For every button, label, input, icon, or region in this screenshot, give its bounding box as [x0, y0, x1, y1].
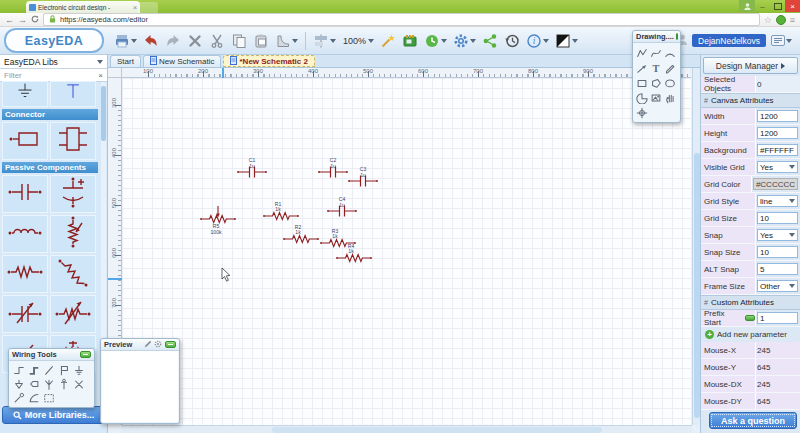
frame-size-select[interactable]: Other	[757, 280, 798, 292]
minimize-palette-button[interactable]	[676, 33, 678, 40]
libs-header[interactable]: EasyEDA Libs	[0, 55, 107, 69]
sidebar-scroll-thumb[interactable]	[101, 86, 106, 141]
wiring-palette-titlebar[interactable]: Wiring Tools	[9, 349, 94, 361]
browser-back-icon[interactable]: ←	[5, 15, 14, 25]
grid-color-input[interactable]: #CCCCCC	[753, 178, 798, 190]
bezier-tool-icon[interactable]	[649, 45, 663, 60]
preview-palette-titlebar[interactable]: Preview	[101, 339, 179, 351]
info-button[interactable]: i	[524, 29, 551, 53]
component-C3[interactable]: C31u	[348, 166, 378, 187]
component-tile-resistor-variable[interactable]	[50, 295, 96, 333]
share-button[interactable]	[480, 29, 500, 53]
export-button[interactable]	[112, 29, 139, 53]
pcb-button[interactable]	[400, 29, 420, 53]
text-tool-icon[interactable]: T	[649, 60, 663, 75]
canvas-vertical-scrollbar[interactable]	[692, 68, 700, 425]
component-tile-connector-4pin[interactable]	[50, 122, 96, 160]
arc-wire-tool-icon[interactable]	[26, 391, 41, 405]
window-close-button[interactable]: ×	[785, 0, 800, 12]
add-parameter-button[interactable]: +Add new parameter	[701, 327, 800, 342]
no-connect-tool-icon[interactable]	[71, 377, 86, 391]
ground-tool-icon[interactable]	[71, 363, 86, 377]
component-tile-inductor[interactable]	[2, 215, 48, 253]
delete-button[interactable]	[185, 29, 205, 53]
canvas-horizontal-scrollbar[interactable]	[122, 425, 692, 433]
rectangle-tool-icon[interactable]	[635, 75, 649, 90]
more-libraries-button[interactable]: More Libraries...	[2, 406, 105, 424]
browser-tab[interactable]: Electronic circuit design - ×	[26, 1, 140, 13]
component-tile-port[interactable]	[50, 81, 96, 107]
rotate-button[interactable]	[273, 29, 300, 53]
component-tile-capacitor-polarized[interactable]	[50, 175, 96, 213]
history-button[interactable]	[502, 29, 522, 53]
alt-snap-input[interactable]: 5	[757, 263, 798, 275]
edit-pencil-icon[interactable]	[144, 340, 152, 350]
prefix-start-input[interactable]: 1	[757, 312, 798, 324]
ellipse-tool-icon[interactable]	[663, 75, 677, 90]
remove-parameter-icon[interactable]	[745, 315, 755, 321]
net-flag-tool-icon[interactable]	[26, 377, 41, 391]
component-C2[interactable]: C21u	[318, 157, 348, 178]
component-C4[interactable]: C41u	[327, 196, 357, 217]
drag-tool-icon[interactable]	[663, 90, 677, 105]
browser-address-bar[interactable]: https://easyeda.com/editor	[43, 13, 760, 26]
wand-button[interactable]	[378, 29, 398, 53]
background-input[interactable]: #FFFFFF	[757, 144, 798, 156]
extension-icon[interactable]	[776, 15, 786, 25]
voltage-probe-tool-icon[interactable]	[56, 377, 71, 391]
settings-button[interactable]	[451, 29, 478, 53]
component-tile-resistor-diagonal[interactable]	[50, 255, 96, 293]
width-input[interactable]: 1200	[757, 110, 798, 122]
section-custom-attributes[interactable]: #Custom Attributes	[701, 295, 800, 310]
paste-button[interactable]	[251, 29, 271, 53]
ground-2-tool-icon[interactable]	[11, 377, 26, 391]
ask-question-button[interactable]: Ask a question	[709, 412, 797, 429]
clear-filter-icon[interactable]: ×	[98, 71, 103, 80]
undo-button[interactable]	[141, 29, 161, 53]
component-R1[interactable]: R11k	[263, 201, 299, 220]
browser-new-tab-button[interactable]	[138, 2, 158, 13]
snap-size-input[interactable]: 10	[757, 246, 798, 258]
minimize-palette-button[interactable]	[80, 351, 91, 358]
polygon-tool-icon[interactable]	[649, 75, 663, 90]
section-header-passive-components[interactable]: Passive Components	[2, 162, 98, 173]
snap-select[interactable]: Yes	[757, 229, 798, 241]
bookmark-star-icon[interactable]: ☆	[764, 15, 772, 25]
component-tile-capacitor[interactable]	[2, 175, 48, 213]
net-port-tool-icon[interactable]	[41, 377, 56, 391]
component-tile-capacitor-variable[interactable]	[2, 295, 48, 333]
grid-style-select[interactable]: line	[757, 195, 798, 207]
copy-button[interactable]	[229, 29, 249, 53]
section-canvas-attributes[interactable]: #Canvas Attributes	[701, 93, 800, 108]
grid-size-input[interactable]: 10	[757, 212, 798, 224]
arc-tool-icon[interactable]	[663, 45, 677, 60]
group-tool-icon[interactable]	[41, 391, 56, 405]
minimize-palette-button[interactable]	[165, 341, 176, 348]
component-R5[interactable]: R5100k	[200, 206, 236, 235]
component-R2[interactable]: R21k	[283, 224, 319, 243]
convert-button[interactable]	[422, 29, 449, 53]
horizontal-scroll-thumb[interactable]	[272, 427, 602, 433]
wire-tool-icon[interactable]	[11, 363, 26, 377]
pin-tool-icon[interactable]	[11, 391, 26, 405]
cut-button[interactable]	[207, 29, 227, 53]
pencil-tool-icon[interactable]	[663, 60, 677, 75]
canvas-origin-tool-icon[interactable]	[635, 105, 649, 120]
height-input[interactable]: 1200	[757, 127, 798, 139]
tab-start[interactable]: Start	[110, 55, 141, 67]
arrow-tool-icon[interactable]	[635, 60, 649, 75]
browser-tab-close-icon[interactable]: ×	[133, 4, 137, 11]
zoom-level-button[interactable]: 100%	[340, 29, 376, 53]
browser-profile-icon[interactable]	[739, 0, 755, 12]
window-minimize-button[interactable]: –	[755, 0, 770, 12]
redo-button[interactable]	[163, 29, 183, 53]
design-manager-button[interactable]: Design Manager	[703, 57, 798, 74]
user-name-button[interactable]: DejanNedelkovs	[692, 34, 766, 47]
component-tile-potentiometer[interactable]	[50, 215, 96, 253]
net-label-tool-icon[interactable]	[56, 363, 71, 377]
browser-reload-icon[interactable]	[31, 15, 39, 25]
pie-tool-icon[interactable]	[635, 90, 649, 105]
pen-tool-icon[interactable]	[41, 363, 56, 377]
component-R4[interactable]: R41k	[336, 243, 372, 262]
drawing-palette-titlebar[interactable]: Drawing....	[633, 31, 680, 43]
